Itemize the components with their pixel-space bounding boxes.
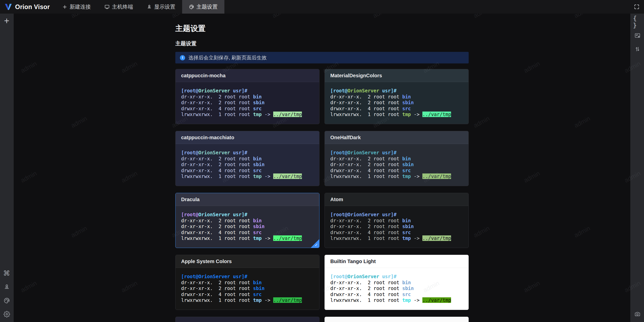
- terminal-line: dr-xr-xr-x. 2 root root bin: [330, 218, 464, 224]
- terminal-preview: [root@OrionServer usr]# dr-xr-xr-x. 2 ro…: [325, 268, 468, 303]
- page-title: 主题设置: [175, 24, 469, 33]
- terminal-line: drwxr-xr-x. 4 root root src: [330, 292, 464, 298]
- info-alert: i 选择后会立刻保存, 刷新页面后生效: [175, 52, 469, 63]
- theme-card[interactable]: OneHalfDark [root@OrionServer usr]# dr-x…: [325, 131, 469, 186]
- terminal-line: drwxr-xr-x. 4 root root src: [181, 292, 315, 298]
- nav-tabs: 新建连接 主机终端 显示设置 主题设置: [55, 0, 224, 14]
- terminal-line: lrwxrwxrwx. 1 root root tmp -> ../var/tm…: [181, 173, 315, 180]
- fullscreen-button[interactable]: [629, 0, 644, 14]
- theme-grid: catppuccin-mocha [root@OrionServer usr]#…: [175, 69, 469, 322]
- app-title: Orion Visor: [15, 3, 50, 11]
- terminal-line: drwxr-xr-x. 4 root root src: [330, 106, 464, 112]
- gear-icon: [4, 311, 10, 317]
- theme-card-header: MaterialDesignColors: [325, 69, 468, 82]
- screenshot-button[interactable]: [633, 310, 642, 318]
- sort-button[interactable]: [633, 45, 642, 53]
- camera-icon: [634, 311, 641, 317]
- fullscreen-icon: [634, 4, 640, 10]
- right-sidebar: { }: [630, 14, 644, 322]
- theme-card-title: MaterialDesignColors: [330, 73, 382, 79]
- json-view-button[interactable]: { }: [633, 18, 642, 26]
- terminal-line: lrwxrwxrwx. 1 root root tmp -> ../var/tm…: [330, 235, 464, 241]
- theme-card-title: catppuccin-macchiato: [181, 135, 234, 140]
- theme-card[interactable]: MaterialDesignColors [root@OrionServer u…: [325, 69, 469, 124]
- terminal-preview: [root@OrionServer usr]# dr-xr-xr-x. 2 ro…: [325, 82, 468, 118]
- theme-card[interactable]: Builtin Tango Light [root@OrionServer us…: [325, 255, 469, 310]
- theme-card[interactable]: Atom [root@OrionServer usr]# dr-xr-xr-x.…: [325, 193, 469, 248]
- seal-icon: [147, 4, 152, 10]
- theme-card[interactable]: Apple System Colors [root@OrionServer us…: [175, 255, 319, 310]
- selected-corner: ✓: [310, 239, 319, 248]
- seal-button[interactable]: [3, 283, 11, 291]
- info-icon: i: [180, 55, 185, 60]
- terminal-line: lrwxrwxrwx. 1 root root tmp -> ../var/tm…: [330, 297, 464, 303]
- tab-theme-settings[interactable]: 主题设置: [182, 0, 224, 14]
- palette-icon: [4, 297, 10, 304]
- info-alert-text: 选择后会立刻保存, 刷新页面后生效: [188, 54, 267, 61]
- terminal-line: dr-xr-xr-x. 2 root root bin: [330, 280, 464, 286]
- theme-card-header: catppuccin-mocha: [176, 69, 319, 82]
- theme-card-partial[interactable]: [175, 317, 319, 322]
- theme-button[interactable]: [3, 296, 11, 305]
- terminal-line: lrwxrwxrwx. 1 root root tmp -> ../var/tm…: [181, 235, 315, 241]
- terminal-line: dr-xr-xr-x. 2 root root sbin: [181, 224, 315, 230]
- terminal-line: drwxr-xr-x. 4 root root src: [181, 106, 315, 112]
- tab-label: 新建连接: [70, 3, 91, 10]
- theme-card-title: catppuccin-mocha: [181, 73, 226, 79]
- terminal-line: drwxr-xr-x. 4 root root src: [181, 168, 315, 174]
- theme-card[interactable]: catppuccin-macchiato [root@OrionServer u…: [175, 131, 319, 186]
- terminal-prompt: [root@OrionServer usr]#: [330, 274, 464, 280]
- terminal-prompt: [root@OrionServer usr]#: [181, 88, 315, 94]
- terminal-line: drwxr-xr-x. 4 root root src: [181, 230, 315, 236]
- theme-card-header: Dracula: [176, 193, 319, 206]
- theme-card-header: Atom: [325, 193, 468, 206]
- plus-icon: [62, 4, 67, 10]
- terminal-line: drwxr-xr-x. 4 root root src: [330, 230, 464, 236]
- terminal-preview: [root@OrionServer usr]# dr-xr-xr-x. 2 ro…: [325, 206, 468, 241]
- terminal-line: dr-xr-xr-x. 2 root root bin: [330, 94, 464, 100]
- theme-card-title: Builtin Tango Light: [330, 259, 376, 264]
- terminal-line: dr-xr-xr-x. 2 root root sbin: [181, 162, 315, 168]
- terminal-prompt: [root@OrionServer usr]#: [330, 212, 464, 218]
- terminal-prompt: [root@OrionServer usr]#: [181, 150, 315, 156]
- new-tab-button[interactable]: +: [3, 17, 11, 25]
- terminal-line: drwxr-xr-x. 4 root root src: [330, 168, 464, 174]
- terminal-prompt: [root@OrionServer usr]#: [330, 88, 464, 94]
- terminal-line: dr-xr-xr-x. 2 root root bin: [181, 218, 315, 224]
- terminal-line: lrwxrwxrwx. 1 root root tmp -> ../var/tm…: [330, 112, 464, 118]
- terminal-prompt: [root@OrionServer usr]#: [181, 212, 315, 218]
- command-shortcuts-button[interactable]: ⌘: [3, 269, 11, 278]
- main-content: 主题设置 主题设置 i 选择后会立刻保存, 刷新页面后生效 catppuccin…: [14, 14, 630, 322]
- theme-card-header: OneHalfDark: [325, 131, 468, 144]
- brand[interactable]: Orion Visor: [0, 0, 55, 14]
- palette-icon: [189, 4, 194, 10]
- theme-card-title: Apple System Colors: [181, 259, 232, 264]
- seal-icon: [4, 284, 10, 290]
- theme-card[interactable]: Dracula [root@OrionServer usr]# dr-xr-xr…: [175, 193, 319, 248]
- tab-label: 主题设置: [196, 3, 218, 10]
- tab-label: 显示设置: [154, 3, 175, 10]
- terminal-line: lrwxrwxrwx. 1 root root tmp -> ../var/tm…: [330, 173, 464, 180]
- terminal-line: dr-xr-xr-x. 2 root root bin: [330, 156, 464, 162]
- tab-display-settings[interactable]: 显示设置: [140, 0, 182, 14]
- bookmark-doc-button[interactable]: [633, 31, 642, 40]
- terminal-line: dr-xr-xr-x. 2 root root sbin: [330, 162, 464, 168]
- theme-card-header: catppuccin-macchiato: [176, 131, 319, 144]
- terminal-line: dr-xr-xr-x. 2 root root bin: [181, 280, 315, 286]
- terminal-preview: [root@OrionServer usr]# dr-xr-xr-x. 2 ro…: [176, 206, 319, 241]
- terminal-prompt: [root@OrionServer usr]#: [330, 150, 464, 156]
- top-navbar: Orion Visor 新建连接 主机终端 显示设置 主题设置: [0, 0, 644, 14]
- terminal-line: dr-xr-xr-x. 2 root root sbin: [330, 100, 464, 106]
- sort-arrows-icon: [634, 46, 641, 52]
- terminal-prompt: [root@OrionServer usr]#: [181, 274, 315, 280]
- theme-card-partial[interactable]: [325, 317, 469, 322]
- tab-new-connection[interactable]: 新建连接: [55, 0, 98, 14]
- settings-button[interactable]: [3, 310, 11, 318]
- tab-host-terminal[interactable]: 主机终端: [98, 0, 140, 14]
- monitor-icon: [104, 4, 110, 10]
- theme-card-header: Builtin Tango Light: [325, 255, 468, 268]
- theme-card[interactable]: catppuccin-mocha [root@OrionServer usr]#…: [175, 69, 319, 124]
- terminal-line: lrwxrwxrwx. 1 root root tmp -> ../var/tm…: [181, 297, 315, 303]
- terminal-line: dr-xr-xr-x. 2 root root bin: [181, 156, 315, 162]
- orion-visor-logo: [5, 4, 12, 10]
